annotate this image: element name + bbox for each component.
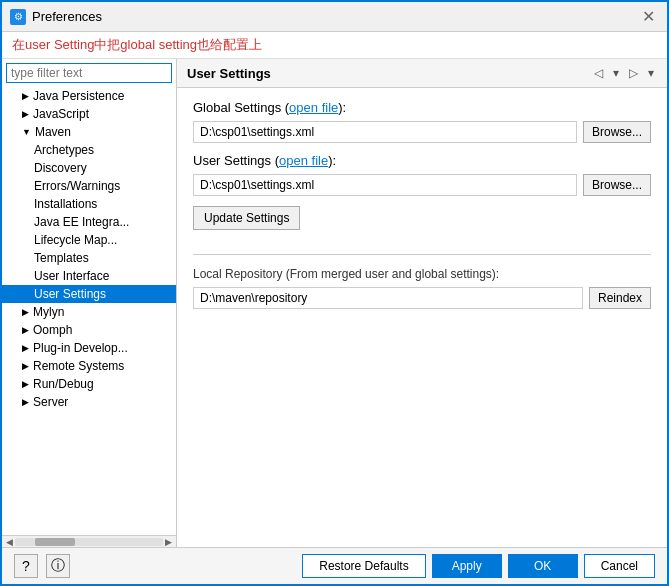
expand-arrow: ▶ — [22, 397, 29, 407]
global-settings-browse-button[interactable]: Browse... — [583, 121, 651, 143]
user-settings-label: User Settings (open file): — [193, 153, 651, 168]
expand-arrow: ▶ — [22, 307, 29, 317]
left-panel: ▶ Java Persistence ▶ JavaScript ▼ Maven … — [2, 59, 177, 547]
title-bar-left: ⚙ Preferences — [10, 9, 102, 25]
expand-arrow: ▼ — [22, 127, 31, 137]
sidebar-item-errors-warnings[interactable]: Errors/Warnings — [2, 177, 176, 195]
nav-back-dropdown-button[interactable]: ▾ — [610, 65, 622, 81]
sidebar-item-java-ee-integration[interactable]: Java EE Integra... — [2, 213, 176, 231]
sidebar-item-mylyn[interactable]: ▶ Mylyn — [2, 303, 176, 321]
preferences-icon: ⚙ — [10, 9, 26, 25]
user-settings-open-link[interactable]: open file — [279, 153, 328, 168]
sidebar-item-server[interactable]: ▶ Server — [2, 393, 176, 411]
sidebar-item-archetypes[interactable]: Archetypes — [2, 141, 176, 159]
sidebar-item-label: Remote Systems — [33, 359, 124, 373]
expand-arrow: ▶ — [22, 379, 29, 389]
main-area: ▶ Java Persistence ▶ JavaScript ▼ Maven … — [2, 59, 667, 547]
sidebar-item-label: Installations — [34, 197, 97, 211]
divider — [193, 254, 651, 255]
title-bar: ⚙ Preferences ✕ — [2, 2, 667, 32]
window-title: Preferences — [32, 9, 102, 24]
info-button[interactable]: ⓘ — [46, 554, 70, 578]
nav-forward-dropdown-button[interactable]: ▾ — [645, 65, 657, 81]
scrollbar-thumb[interactable] — [35, 538, 75, 546]
global-settings-open-link[interactable]: open file — [289, 100, 338, 115]
cancel-button[interactable]: Cancel — [584, 554, 655, 578]
preferences-dialog: ⚙ Preferences ✕ 在user Setting中把global se… — [0, 0, 669, 586]
expand-arrow: ▶ — [22, 343, 29, 353]
sidebar-item-java-persistence[interactable]: ▶ Java Persistence — [2, 87, 176, 105]
tree-area: ▶ Java Persistence ▶ JavaScript ▼ Maven … — [2, 87, 176, 535]
sidebar-item-installations[interactable]: Installations — [2, 195, 176, 213]
global-settings-row: Browse... — [193, 121, 651, 143]
sidebar-item-discovery[interactable]: Discovery — [2, 159, 176, 177]
user-settings-row: Browse... — [193, 174, 651, 196]
scroll-left-icon[interactable]: ◀ — [4, 537, 15, 547]
sidebar-item-label: Mylyn — [33, 305, 64, 319]
expand-arrow: ▶ — [22, 325, 29, 335]
sidebar-item-label: Run/Debug — [33, 377, 94, 391]
sidebar-item-label: User Interface — [34, 269, 109, 283]
sidebar-item-run-debug[interactable]: ▶ Run/Debug — [2, 375, 176, 393]
horizontal-scrollbar[interactable]: ◀ ▶ — [2, 535, 176, 547]
bottom-bar: ? ⓘ Restore Defaults Apply OK Cancel — [2, 547, 667, 584]
sidebar-item-label: Templates — [34, 251, 89, 265]
sidebar-item-label: Oomph — [33, 323, 72, 337]
sidebar-item-label: Java EE Integra... — [34, 215, 129, 229]
sidebar-item-label: Server — [33, 395, 68, 409]
restore-defaults-button[interactable]: Restore Defaults — [302, 554, 425, 578]
sidebar-item-label: Discovery — [34, 161, 87, 175]
local-repo-row: Reindex — [193, 287, 651, 309]
sidebar-item-label: Lifecycle Map... — [34, 233, 117, 247]
local-repo-label: Local Repository (From merged user and g… — [193, 267, 651, 281]
annotation-text: 在user Setting中把global setting也给配置上 — [12, 36, 262, 54]
sidebar-item-remote-systems[interactable]: ▶ Remote Systems — [2, 357, 176, 375]
right-panel-header: User Settings ◁ ▾ ▷ ▾ — [177, 59, 667, 88]
scrollbar-track — [15, 538, 163, 546]
annotation-bar: 在user Setting中把global setting也给配置上 — [2, 32, 667, 59]
filter-input[interactable] — [6, 63, 172, 83]
sidebar-item-user-interface[interactable]: User Interface — [2, 267, 176, 285]
sidebar-item-label: Maven — [35, 125, 71, 139]
bottom-left-buttons: ? ⓘ — [14, 554, 70, 578]
user-settings-input[interactable] — [193, 174, 577, 196]
sidebar-item-label: JavaScript — [33, 107, 89, 121]
nav-forward-button[interactable]: ▷ — [626, 65, 641, 81]
right-panel-content: Global Settings (open file): Browse... U… — [177, 88, 667, 547]
header-nav-icons: ◁ ▾ ▷ ▾ — [591, 65, 657, 81]
global-settings-input[interactable] — [193, 121, 577, 143]
sidebar-item-label: Plug-in Develop... — [33, 341, 128, 355]
sidebar-item-label: User Settings — [34, 287, 106, 301]
sidebar-item-label: Java Persistence — [33, 89, 124, 103]
sidebar-item-label: Errors/Warnings — [34, 179, 120, 193]
expand-arrow: ▶ — [22, 109, 29, 119]
apply-button[interactable]: Apply — [432, 554, 502, 578]
right-panel-title: User Settings — [187, 66, 271, 81]
reindex-button[interactable]: Reindex — [589, 287, 651, 309]
help-button[interactable]: ? — [14, 554, 38, 578]
sidebar-item-lifecycle-mappings[interactable]: Lifecycle Map... — [2, 231, 176, 249]
ok-button[interactable]: OK — [508, 554, 578, 578]
sidebar-item-oomph[interactable]: ▶ Oomph — [2, 321, 176, 339]
user-settings-browse-button[interactable]: Browse... — [583, 174, 651, 196]
sidebar-item-javascript[interactable]: ▶ JavaScript — [2, 105, 176, 123]
local-repo-input[interactable] — [193, 287, 583, 309]
update-settings-button[interactable]: Update Settings — [193, 206, 300, 230]
right-panel: User Settings ◁ ▾ ▷ ▾ Global Settings (o… — [177, 59, 667, 547]
scroll-right-icon[interactable]: ▶ — [163, 537, 174, 547]
nav-back-button[interactable]: ◁ — [591, 65, 606, 81]
sidebar-item-templates[interactable]: Templates — [2, 249, 176, 267]
bottom-right-buttons: Restore Defaults Apply OK Cancel — [302, 554, 655, 578]
close-button[interactable]: ✕ — [638, 9, 659, 25]
sidebar-item-maven[interactable]: ▼ Maven — [2, 123, 176, 141]
expand-arrow: ▶ — [22, 91, 29, 101]
sidebar-item-user-settings[interactable]: User Settings — [2, 285, 176, 303]
global-settings-label: Global Settings (open file): — [193, 100, 651, 115]
expand-arrow: ▶ — [22, 361, 29, 371]
sidebar-item-plug-in-development[interactable]: ▶ Plug-in Develop... — [2, 339, 176, 357]
sidebar-item-label: Archetypes — [34, 143, 94, 157]
